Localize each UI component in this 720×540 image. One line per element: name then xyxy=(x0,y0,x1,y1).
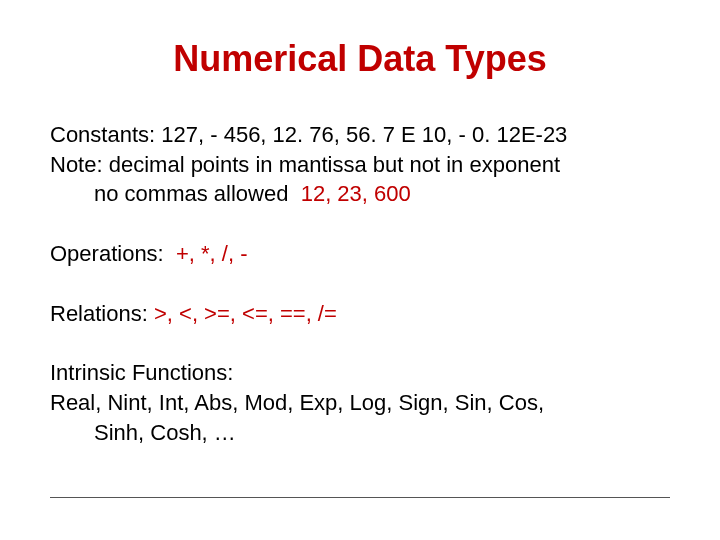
intrinsic-line2: Sinh, Cosh, … xyxy=(50,418,236,448)
note-label: Note: xyxy=(50,152,103,177)
intrinsic-label: Intrinsic Functions: xyxy=(50,360,233,385)
divider-line xyxy=(50,497,670,498)
slide: Numerical Data Types Constants: 127, - 4… xyxy=(0,0,720,540)
operations-values: +, *, /, - xyxy=(176,241,248,266)
intrinsic-line1: Real, Nint, Int, Abs, Mod, Exp, Log, Sig… xyxy=(50,390,544,415)
relations-block: Relations: >, <, >=, <=, ==, /= xyxy=(50,299,670,329)
constants-values: 127, - 456, 12. 76, 56. 7 E 10, - 0. 12E… xyxy=(161,122,567,147)
relations-values: >, <, >=, <=, ==, /= xyxy=(154,301,337,326)
operations-block: Operations: +, *, /, - xyxy=(50,239,670,269)
slide-title: Numerical Data Types xyxy=(50,38,670,80)
note-line2: no commas allowed 12, 23, 600 xyxy=(50,179,411,209)
operations-label: Operations: xyxy=(50,241,164,266)
note-line1: decimal points in mantissa but not in ex… xyxy=(109,152,560,177)
slide-body: Constants: 127, - 456, 12. 76, 56. 7 E 1… xyxy=(50,120,670,448)
relations-label: Relations: xyxy=(50,301,148,326)
note-line2-red: 12, 23, 600 xyxy=(301,181,411,206)
note-line2-pre: no commas allowed xyxy=(94,181,288,206)
constants-label: Constants: xyxy=(50,122,155,147)
intrinsic-block: Intrinsic Functions: Real, Nint, Int, Ab… xyxy=(50,358,670,447)
constants-block: Constants: 127, - 456, 12. 76, 56. 7 E 1… xyxy=(50,120,670,209)
